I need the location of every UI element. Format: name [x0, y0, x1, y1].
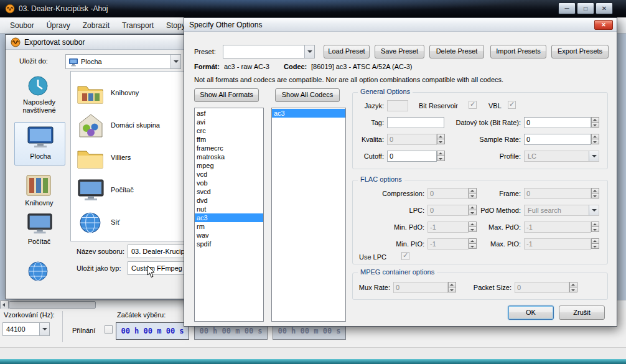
flac-options-title: FLAC options	[358, 175, 404, 183]
frame-input[interactable]: 0	[524, 188, 591, 199]
use-lpc-label: Use LPC	[359, 253, 386, 261]
snap-checkbox[interactable]	[105, 325, 113, 334]
recent-places-icon[interactable]	[27, 75, 49, 97]
tag-input[interactable]	[387, 117, 444, 128]
spin-down-icon[interactable]	[591, 193, 599, 198]
sample-rate-input[interactable]: 0	[524, 134, 591, 145]
format-item[interactable]: rm	[195, 222, 263, 231]
format-item[interactable]: wav	[195, 231, 263, 240]
jazyk-input[interactable]	[387, 100, 408, 111]
selection-start-time[interactable]: 00 h 00 m 00 s	[116, 322, 189, 340]
libraries-icon[interactable]	[26, 174, 52, 197]
menu-zobrazit[interactable]: Zobrazit	[77, 19, 116, 32]
export-dialog-title: Exportovat soubor	[24, 38, 85, 47]
format-item[interactable]: ffm	[195, 135, 263, 144]
delete-preset-button[interactable]: Delete Preset	[429, 45, 484, 58]
format-item[interactable]: crc	[195, 126, 263, 135]
computer-icon[interactable]	[27, 213, 53, 235]
packet-size-label: Packet Size:	[462, 284, 512, 291]
show-all-formats-button[interactable]: Show All Formats	[194, 88, 259, 102]
save-in-label: Uložit do:	[19, 57, 48, 65]
sidebar-item-desktop[interactable]: Plocha	[14, 122, 65, 166]
codecs-listbox[interactable]: ac3	[271, 108, 346, 322]
spin-down-icon[interactable]	[591, 243, 599, 249]
desktop-icon	[27, 126, 54, 149]
format-value: ac3 - raw AC-3	[224, 63, 269, 70]
ok-button[interactable]: OK	[508, 306, 554, 320]
spin-down-icon[interactable]	[448, 287, 456, 292]
spin-down-icon[interactable]	[591, 139, 599, 144]
menu-upravy[interactable]: Úpravy	[40, 19, 77, 32]
preset-combo[interactable]	[223, 45, 315, 58]
libraries-folder-icon	[76, 82, 105, 105]
chevron-down-icon[interactable]	[589, 205, 599, 215]
vbl-checkbox[interactable]	[508, 101, 516, 109]
filetype-combo[interactable]: Custom FFmpeg	[128, 261, 190, 275]
format-item[interactable]: matroska	[195, 152, 263, 161]
format-item[interactable]: spdif	[195, 240, 263, 248]
mux-rate-input[interactable]: 0	[393, 282, 448, 293]
format-item[interactable]: svcd	[195, 187, 263, 196]
codec-item-selected[interactable]: ac3	[272, 109, 345, 118]
options-dialog-title: Specify Other Options	[189, 21, 262, 29]
maximize-button[interactable]: □	[577, 2, 594, 14]
format-item[interactable]: nut	[195, 205, 263, 213]
load-preset-button[interactable]: Load Preset	[324, 45, 370, 58]
max-pdo-input[interactable]: -1	[524, 222, 591, 233]
filename-combo[interactable]: 03. Dealer-Krucip	[128, 245, 190, 258]
menu-transport[interactable]: Transport	[116, 19, 160, 32]
toolbar-separator	[62, 311, 63, 342]
profile-combo[interactable]: LC	[524, 151, 599, 162]
close-button[interactable]: ✕	[596, 2, 613, 14]
sample-rate-label: Sample Rate:	[440, 136, 521, 143]
export-presets-button[interactable]: Export Presets	[551, 45, 609, 58]
show-all-codecs-button[interactable]: Show All Codecs	[275, 88, 340, 102]
import-presets-button[interactable]: Import Presets	[490, 45, 546, 58]
sample-rate-combo[interactable]: 44100	[2, 322, 50, 336]
chevron-down-icon[interactable]	[589, 151, 599, 161]
format-item[interactable]: framecrc	[195, 144, 263, 152]
kvalita-input[interactable]: 0	[387, 134, 437, 145]
compression-label: Compression:	[359, 190, 424, 197]
packet-size-input[interactable]: 0	[515, 282, 569, 293]
sidebar-item-computer[interactable]: Počítač	[9, 238, 69, 246]
menu-soubor[interactable]: Soubor	[4, 19, 40, 32]
cancel-button[interactable]: Zrušit	[559, 306, 605, 320]
max-pto-input[interactable]: -1	[524, 238, 591, 250]
cutoff-input[interactable]: 0	[387, 151, 437, 162]
chevron-down-icon[interactable]	[304, 45, 314, 58]
bitrate-input[interactable]: 0	[524, 117, 591, 128]
spin-down-icon[interactable]	[569, 287, 577, 292]
save-preset-button[interactable]: Save Preset	[375, 45, 424, 58]
pdo-method-combo[interactable]: Full search	[524, 205, 599, 216]
folder-icon	[76, 146, 105, 170]
close-icon[interactable]: ✕	[594, 20, 613, 30]
save-in-combo[interactable]: Plocha	[65, 54, 181, 69]
format-item[interactable]: mpeg	[195, 161, 263, 170]
format-item[interactable]: asf	[195, 109, 263, 118]
scroll-left-icon[interactable]	[0, 301, 9, 309]
use-lpc-checkbox[interactable]	[401, 252, 409, 260]
sidebar-item-desktop-label: Plocha	[11, 152, 70, 161]
format-item[interactable]: vob	[195, 179, 263, 187]
format-item[interactable]: avi	[195, 118, 263, 126]
status-bar	[0, 347, 626, 359]
minimize-button[interactable]: ─	[558, 2, 576, 14]
formats-listbox[interactable]: asf avi crc ffm framecrc matroska mpeg v…	[194, 108, 264, 322]
general-options-title: General Options	[358, 88, 413, 95]
sidebar-item-libraries[interactable]: Knihovny	[9, 199, 69, 207]
chevron-down-icon[interactable]	[171, 55, 180, 68]
network-icon[interactable]	[27, 260, 49, 282]
format-item[interactable]: vcd	[195, 170, 263, 179]
spin-down-icon[interactable]	[591, 122, 599, 128]
options-dialog-titlebar: Specify Other Options	[184, 18, 617, 32]
bit-reservoir-checkbox[interactable]	[469, 101, 477, 109]
chevron-down-icon[interactable]	[39, 323, 49, 335]
scrollbar-thumb[interactable]	[9, 301, 96, 309]
mouse-cursor	[147, 265, 156, 279]
sidebar-item-recent[interactable]: Naposledy navštívené	[9, 98, 69, 114]
spin-down-icon[interactable]	[591, 226, 599, 232]
format-item[interactable]: dvd	[195, 196, 263, 205]
format-item-selected[interactable]: ac3	[195, 213, 263, 222]
preset-label: Preset:	[194, 48, 216, 55]
